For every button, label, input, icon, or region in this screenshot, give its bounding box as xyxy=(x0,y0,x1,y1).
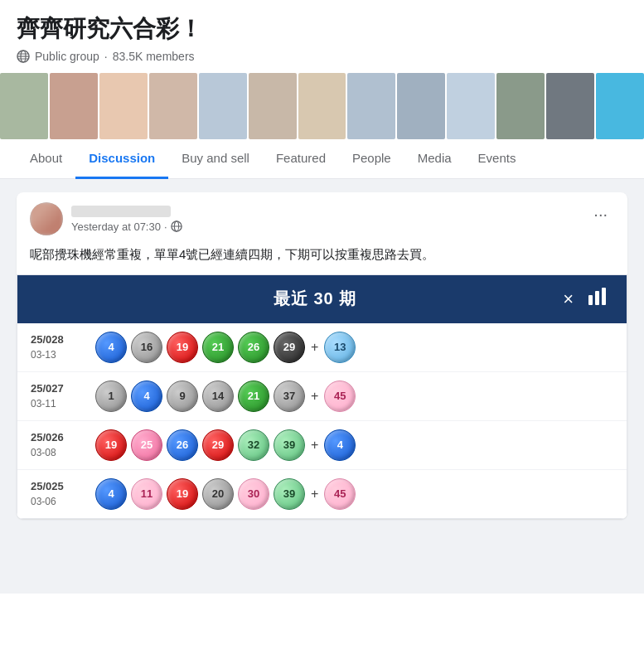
nav-tabs: About Discussion Buy and sell Featured P… xyxy=(0,139,644,179)
group-meta: Public group · 83.5K members xyxy=(17,50,627,63)
draw-number: 25/027 xyxy=(31,380,89,397)
balls-container: 192526293239+4 xyxy=(95,429,613,461)
mosaic-cell xyxy=(447,73,495,139)
draw-number: 25/025 xyxy=(31,478,89,495)
lottery-ball: 39 xyxy=(274,478,305,510)
lottery-ball: 26 xyxy=(167,429,198,461)
tab-about[interactable]: About xyxy=(17,139,75,179)
author-name-blurred xyxy=(71,206,171,217)
tab-events[interactable]: Events xyxy=(465,139,530,179)
post-separator: · xyxy=(164,221,167,233)
plus-sign: + xyxy=(311,438,318,453)
tab-discussion[interactable]: Discussion xyxy=(75,139,168,179)
extra-ball: 13 xyxy=(324,332,356,363)
mosaic-cell xyxy=(397,73,445,139)
lottery-ball: 9 xyxy=(167,380,198,412)
lottery-row: 25/02603-08192526293239+4 xyxy=(17,421,627,470)
group-header: 齊齊研究六合彩！ Public group · 83.5K members xyxy=(0,0,644,63)
lottery-ball: 19 xyxy=(95,429,127,461)
author-details: Yesterday at 07:30 · xyxy=(71,206,182,233)
draw-date: 03-08 xyxy=(31,445,89,460)
draw-date: 03-11 xyxy=(31,396,89,411)
lottery-row: 25/02703-11149142137+45 xyxy=(17,372,627,421)
lottery-ball: 14 xyxy=(202,380,234,412)
globe-icon xyxy=(17,50,30,63)
lottery-ball: 29 xyxy=(202,429,234,461)
lottery-title: 最近 30 期 xyxy=(67,288,563,310)
post-text: 呢部攪珠機經常重複，單單4號已經連續四期，下期可以按重複思路去買。 xyxy=(17,242,627,274)
group-members: 83.5K members xyxy=(113,50,195,63)
mosaic-cell xyxy=(199,73,247,139)
mosaic-cell xyxy=(347,73,395,139)
post-header: Yesterday at 07:30 · ··· xyxy=(17,192,627,242)
extra-ball: 45 xyxy=(324,478,356,510)
draw-date: 03-06 xyxy=(31,494,89,509)
svg-rect-9 xyxy=(595,291,599,305)
lottery-ball: 21 xyxy=(238,380,269,412)
mosaic-cell xyxy=(596,73,644,139)
post-timestamp: Yesterday at 07:30 xyxy=(71,221,161,233)
mosaic-cell xyxy=(99,73,148,139)
mosaic-cell xyxy=(298,73,346,139)
lottery-ball: 4 xyxy=(95,478,127,510)
draw-date: 03-13 xyxy=(31,347,89,362)
tab-people[interactable]: People xyxy=(339,139,404,179)
mosaic-cell xyxy=(496,73,545,139)
lottery-ball: 4 xyxy=(131,380,162,412)
lottery-header: 最近 30 期 × xyxy=(17,275,627,323)
lottery-card: 最近 30 期 × 25/02803-1341619212629 xyxy=(17,274,627,519)
post-card: Yesterday at 07:30 · ··· 呢部攪珠機經常重複，單單4號已… xyxy=(17,192,627,519)
plus-sign: + xyxy=(311,487,318,502)
avatar xyxy=(30,202,63,235)
draw-info: 25/02503-06 xyxy=(31,478,89,510)
tab-media[interactable]: Media xyxy=(404,139,465,179)
group-visibility: Public group xyxy=(35,50,99,63)
lottery-ball: 16 xyxy=(131,332,162,363)
lottery-ball: 32 xyxy=(238,429,269,461)
lottery-ball: 11 xyxy=(131,478,162,510)
lottery-row: 25/02503-0641119203039+45 xyxy=(17,470,627,518)
close-icon[interactable]: × xyxy=(563,288,574,310)
lottery-header-icons: × xyxy=(563,287,610,312)
mosaic-cell xyxy=(546,73,594,139)
lottery-ball: 4 xyxy=(95,332,127,363)
extra-ball: 45 xyxy=(324,380,356,412)
svg-rect-8 xyxy=(588,295,593,305)
draw-number: 25/028 xyxy=(31,332,89,348)
mosaic-cell xyxy=(149,73,197,139)
group-title: 齊齊研究六合彩！ xyxy=(17,13,627,45)
more-options-button[interactable]: ··· xyxy=(587,202,614,225)
post-author-info: Yesterday at 07:30 · xyxy=(30,202,182,235)
lottery-ball: 29 xyxy=(274,332,305,363)
tab-buy-sell[interactable]: Buy and sell xyxy=(168,139,263,179)
lottery-ball: 39 xyxy=(274,429,305,461)
balls-container: 41119203039+45 xyxy=(95,478,613,510)
svg-rect-10 xyxy=(602,288,606,305)
plus-sign: + xyxy=(311,389,318,404)
mosaic-cell xyxy=(50,73,98,139)
lottery-ball: 25 xyxy=(131,429,162,461)
globe-small-icon xyxy=(171,221,182,232)
post-meta: Yesterday at 07:30 · xyxy=(71,221,182,233)
mosaic-cell xyxy=(249,73,297,139)
lottery-ball: 20 xyxy=(202,478,234,510)
lottery-ball: 19 xyxy=(167,478,198,510)
lottery-ball: 19 xyxy=(167,332,198,363)
balls-container: 149142137+45 xyxy=(95,380,613,412)
draw-number: 25/026 xyxy=(31,429,89,446)
lottery-ball: 21 xyxy=(202,332,234,363)
lottery-ball: 30 xyxy=(238,478,269,510)
avatar-blur xyxy=(30,202,63,235)
group-separator: · xyxy=(104,50,108,63)
lottery-row: 25/02803-1341619212629+13 xyxy=(17,323,627,372)
cover-mosaic xyxy=(0,73,644,139)
lottery-ball: 1 xyxy=(95,380,127,412)
tab-featured[interactable]: Featured xyxy=(263,139,339,179)
lottery-ball: 37 xyxy=(274,380,305,412)
balls-container: 41619212629+13 xyxy=(95,332,613,363)
avatar-inner xyxy=(30,202,63,235)
chart-icon[interactable] xyxy=(587,287,610,312)
draw-info: 25/02603-08 xyxy=(31,429,89,461)
draw-info: 25/02703-11 xyxy=(31,380,89,412)
main-content: Yesterday at 07:30 · ··· 呢部攪珠機經常重複，單單4號已… xyxy=(0,179,644,594)
